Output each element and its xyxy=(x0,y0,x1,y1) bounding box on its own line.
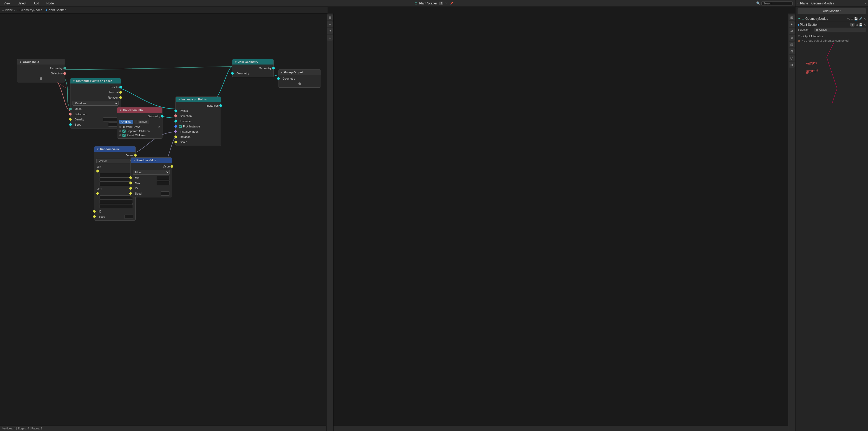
rp-ps-close[interactable]: ✕ xyxy=(864,23,866,27)
socket-rv1-id[interactable] xyxy=(93,210,96,213)
separate-children-cb[interactable] xyxy=(122,130,126,133)
rp-ps-copy[interactable]: ⊞ xyxy=(856,23,858,27)
rv2-type-select[interactable]: Float xyxy=(133,170,170,175)
socket-points-out[interactable] xyxy=(119,86,122,88)
rp-copy-icon[interactable]: ⊞ xyxy=(851,17,853,21)
socket-rv1-min[interactable] xyxy=(96,169,99,173)
socket-normal-out[interactable] xyxy=(119,91,122,94)
rp-plane-crumb[interactable]: Plane xyxy=(800,2,808,5)
socket-pick-inst[interactable] xyxy=(175,125,177,128)
right-icon-8[interactable]: ⊕ xyxy=(789,62,795,68)
node-join-geometry[interactable]: ▼ Join Geometry Geometry Geometry xyxy=(232,59,274,77)
socket-seed-in[interactable] xyxy=(69,123,72,126)
socket-rotation-in[interactable] xyxy=(175,136,177,138)
rv1-min1[interactable]: 0.000 xyxy=(99,177,133,181)
socket-jg-out[interactable] xyxy=(272,67,275,69)
rp-collapse-right[interactable]: › xyxy=(865,2,866,5)
right-icon-6[interactable]: ⚙ xyxy=(789,48,795,54)
toolbar-btn-2[interactable]: ✦ xyxy=(327,21,333,27)
breadcrumb-plane[interactable]: Plane xyxy=(5,8,13,12)
socket-rv1-seed[interactable] xyxy=(93,215,96,218)
right-icon-3[interactable]: ⊗ xyxy=(789,28,795,34)
rv2-seed-input[interactable]: 0 xyxy=(161,192,170,196)
rp-oa-toggle[interactable]: ▼ xyxy=(798,35,800,38)
rp-sel-field[interactable]: ▣ Grass xyxy=(814,28,866,32)
socket-points-in[interactable] xyxy=(175,110,177,112)
right-icon-4[interactable]: ◈ xyxy=(789,35,795,40)
toggle-relative[interactable]: Relative xyxy=(134,120,149,124)
breadcrumb-geonodes[interactable]: GeometryNodes xyxy=(20,8,42,12)
socket-instances-out[interactable] xyxy=(219,104,222,107)
right-icon-2[interactable]: ✦ xyxy=(789,21,795,27)
search-input[interactable] xyxy=(762,1,793,5)
socket-mesh-in[interactable] xyxy=(69,108,72,110)
menu-select[interactable]: Select xyxy=(16,1,28,6)
node-collection-info[interactable]: ▼ Collection Info Geometry Original Rela… xyxy=(117,107,162,139)
rv1-min0[interactable]: 0.000 xyxy=(99,173,133,177)
socket-jg-in[interactable] xyxy=(231,72,234,75)
home-icon[interactable]: ⌂ xyxy=(2,8,4,12)
menu-view[interactable]: View xyxy=(2,1,12,6)
breadcrumb-plantscatter[interactable]: Plant Scatter xyxy=(48,8,66,12)
menu-add[interactable]: Add xyxy=(32,1,40,6)
rv1-type-select[interactable]: Vector xyxy=(96,159,133,163)
rv1-max2[interactable]: 10.000 xyxy=(99,204,133,208)
pin-icon[interactable]: 📌 xyxy=(450,2,453,5)
rv2-max-input[interactable]: 1.000 xyxy=(157,181,170,185)
mode-select[interactable]: Random xyxy=(72,101,119,106)
socket-rv2-out[interactable] xyxy=(170,165,173,168)
rp-collapse-left[interactable]: ‹ xyxy=(798,2,799,5)
socket-inst-idx[interactable] xyxy=(174,130,177,133)
socket-rotation-out[interactable] xyxy=(119,96,122,99)
toolbar-btn-3[interactable]: ⟳ xyxy=(327,28,333,34)
rp-save-icon[interactable]: 💾 xyxy=(854,17,858,21)
socket-density-in[interactable] xyxy=(69,118,72,121)
rv1-max1[interactable]: 0.000 xyxy=(99,200,133,204)
top-icon-1[interactable]: 🔍 xyxy=(756,1,761,5)
add-modifier-button[interactable]: Add Modifier xyxy=(798,8,866,14)
rp-filter-icon[interactable]: ⚗ xyxy=(847,17,850,21)
socket-geom-out[interactable] xyxy=(161,115,163,118)
rp-geo-toggle[interactable]: ▼ xyxy=(798,17,801,21)
node-row-circle xyxy=(17,76,65,81)
right-icon-1[interactable]: ⊞ xyxy=(789,15,795,20)
node-random-value-2[interactable]: ▼ Random Value Value Float Min 0.200 Max xyxy=(130,157,172,197)
rp-ps-save[interactable]: 💾 xyxy=(859,23,863,27)
pick-instance-cb[interactable] xyxy=(179,125,182,128)
close-icon[interactable]: ✕ xyxy=(445,2,448,5)
socket-selection-out[interactable] xyxy=(63,72,67,75)
density-input[interactable]: 69.710 xyxy=(103,117,119,121)
rv1-max0[interactable]: 0.000 xyxy=(99,195,133,200)
right-icon-5[interactable]: ⊡ xyxy=(789,41,795,47)
rv1-seed-input[interactable]: 0 xyxy=(124,214,133,219)
toggle-original[interactable]: Original xyxy=(119,120,133,124)
node-row-rv2-out: Value xyxy=(131,164,172,169)
socket-sel-in[interactable] xyxy=(69,112,72,116)
rv1-type-row: Vector xyxy=(94,158,135,164)
node-instance-on-points[interactable]: ▼ Instance on Points Instances Points Se… xyxy=(176,96,221,146)
node-group-output[interactable]: ▼ Group Output Geometry xyxy=(278,69,321,88)
menu-node[interactable]: Node xyxy=(45,1,56,6)
socket-rv1-max[interactable] xyxy=(96,192,99,195)
toolbar-btn-1[interactable]: ⊞ xyxy=(327,15,333,20)
modifier-icon: ⧫ xyxy=(45,8,47,12)
socket-go-in[interactable] xyxy=(277,77,280,80)
socket-scale-in[interactable] xyxy=(175,141,177,143)
coll-close[interactable]: ✕ xyxy=(158,125,160,128)
rp-link-icon[interactable]: 🔗 xyxy=(859,17,863,21)
socket-geometry-out[interactable] xyxy=(63,67,66,69)
socket-rv1-out[interactable] xyxy=(134,154,137,156)
socket-extra[interactable] xyxy=(40,77,42,80)
socket-go-extra[interactable] xyxy=(299,82,301,85)
node-group-input[interactable]: ▼ Group Input Geometry Selection xyxy=(17,59,65,82)
rp-close-geo[interactable]: ✕ xyxy=(864,17,866,21)
toolbar-btn-4[interactable]: ⊕ xyxy=(327,35,333,40)
reset-children-cb[interactable] xyxy=(122,134,126,137)
socket-inst-in[interactable] xyxy=(175,120,177,122)
rv2-min-input[interactable]: 0.200 xyxy=(157,176,170,180)
rp-geonodes-crumb[interactable]: GeometryNodes xyxy=(811,2,834,5)
right-icon-7[interactable]: ⬡ xyxy=(789,55,795,61)
rv1-min2[interactable]: 0.000 xyxy=(99,182,133,186)
node-distribute-points[interactable]: ▼ Distribute Points on Faces Points Norm… xyxy=(70,78,121,128)
socket-sel-in2[interactable] xyxy=(174,114,177,118)
